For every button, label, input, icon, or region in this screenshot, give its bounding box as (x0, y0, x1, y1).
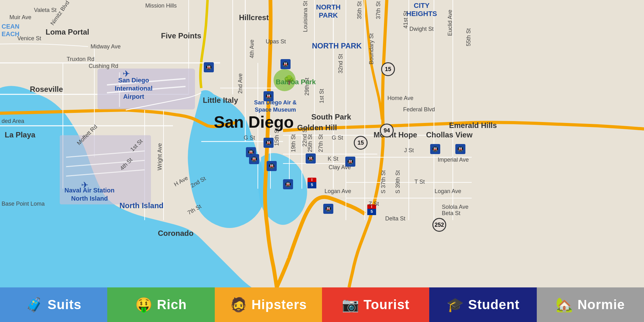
normie-emoji: 🏡 (556, 298, 573, 312)
student-emoji: 🎓 (447, 298, 464, 312)
tree-icon: 🌳 (284, 75, 295, 85)
transit-8: 🚇 (264, 91, 274, 101)
tab-suits[interactable]: 🧳 Suits (0, 287, 107, 322)
transit-9: 🚇 (306, 153, 316, 164)
transit-10: 🚇 (345, 157, 355, 167)
suits-label: Suits (47, 297, 81, 312)
svg-text:5: 5 (370, 209, 373, 214)
svg-text:5: 5 (311, 182, 313, 187)
hw-15-top-badge: 15 (381, 62, 395, 76)
hw-252-badge: 252 (432, 218, 446, 232)
transit-13: 🚇 (455, 144, 465, 154)
naval-plane-icon: ✈ (81, 180, 88, 190)
transit-7: 🚇 (283, 179, 293, 189)
transit-11: 🚇 (323, 204, 333, 214)
tab-normie[interactable]: 🏡 Normie (537, 287, 644, 322)
hw-15-mid-badge: 15 (354, 136, 368, 150)
transit-1: 🚇 (204, 62, 214, 72)
transit-5: 🚇 (249, 154, 259, 164)
hw-94-badge: 94 (380, 124, 394, 137)
rich-emoji: 🤑 (135, 298, 153, 312)
tourist-label: Tourist (364, 297, 409, 312)
tab-student[interactable]: 🎓 Student (429, 287, 536, 322)
airport-plane-icon: ✈ (123, 69, 130, 79)
transit-3: 🚇 (264, 138, 274, 148)
hipsters-emoji: 🧔 (230, 298, 247, 312)
app: I 5 I 5 San Diego Hillcrest NORTHPARK CI… (0, 0, 644, 322)
transit-6: 🚇 (267, 161, 277, 171)
student-label: Student (468, 297, 519, 312)
svg-rect-34 (60, 135, 151, 204)
tab-hipsters[interactable]: 🧔 Hipsters (215, 287, 322, 322)
transit-2: 🚇 (280, 59, 291, 69)
tab-tourist[interactable]: 📷 Tourist (322, 287, 429, 322)
tourist-emoji: 📷 (342, 298, 359, 312)
tab-bar: 🧳 Suits 🤑 Rich 🧔 Hipsters 📷 Tourist 🎓 St… (0, 287, 644, 322)
map-container: I 5 I 5 San Diego Hillcrest NORTHPARK CI… (0, 0, 644, 287)
normie-label: Normie (577, 297, 625, 312)
tab-rich[interactable]: 🤑 Rich (107, 287, 214, 322)
transit-12: 🚇 (430, 144, 440, 154)
svg-text:I: I (371, 204, 372, 209)
suits-emoji: 🧳 (26, 298, 43, 312)
svg-text:I: I (311, 178, 312, 182)
rich-label: Rich (157, 297, 187, 312)
hipsters-label: Hipsters (252, 297, 307, 312)
